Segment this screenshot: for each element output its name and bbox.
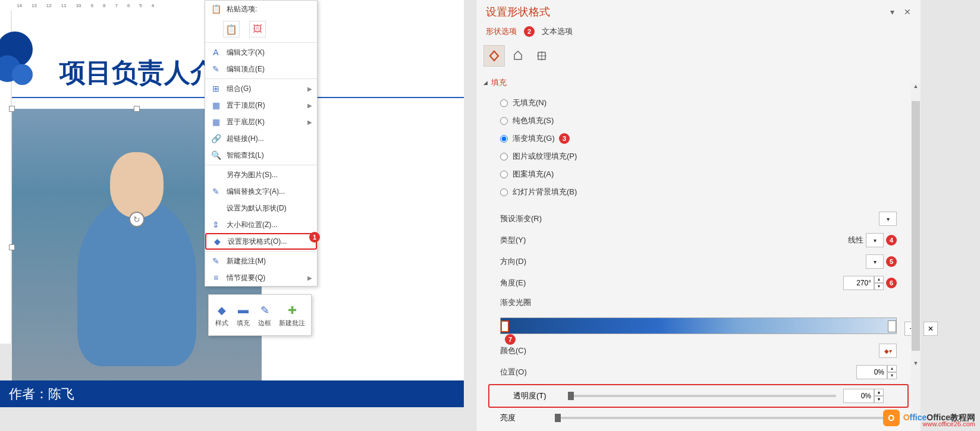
paste-option-icon[interactable]: 🖼 [249,21,266,37]
size-icon: ⇕ [210,219,222,231]
gradient-stop[interactable] [888,320,896,332]
fill-line-tab[interactable] [483,45,505,67]
menu-save-as-picture[interactable]: 另存为图片(S)... [205,166,317,183]
radio-gradient-fill[interactable]: 渐变填充(G) 3 [500,130,897,147]
annotation-badge-1: 1 [309,232,320,243]
spin-up[interactable]: ▲ [874,276,884,283]
radio-picture-fill[interactable]: 图片或纹理填充(P) [500,147,897,165]
spin-down[interactable]: ▼ [874,396,884,403]
menu-new-comment[interactable]: ✎新建批注(M) [205,253,317,269]
panel-dropdown-icon[interactable]: ▾ [890,7,894,17]
bring-front-icon: ▦ [210,99,222,111]
watermark-url: www.office26.com [923,420,975,427]
direction-dropdown[interactable]: ▾ [866,254,884,269]
fill-section-header[interactable]: 填充 [476,74,921,92]
paste-options-header: 📋粘贴选项: [205,1,317,17]
scroll-up-icon[interactable]: ▲ [911,83,921,92]
menu-hyperlink[interactable]: 🔗超链接(H)... [205,130,317,147]
menu-bring-front[interactable]: ▦置于顶层(R)▶ [205,97,317,114]
gradient-stops-bar[interactable]: + ✕ [500,317,897,334]
radio-no-fill[interactable]: 无填充(N) [500,94,897,112]
panel-scrollbar[interactable]: ▲ ▼ [911,83,921,416]
hyperlink-icon: 🔗 [210,133,222,144]
tab-shape-options[interactable]: 形状选项 [486,26,517,37]
scroll-down-icon[interactable]: ▼ [911,360,921,369]
menu-format-shape[interactable]: ◆设置形状格式(O)... [205,233,317,250]
position-spinner[interactable]: ▲▼ [856,365,897,379]
annotation-badge-6: 6 [886,278,897,288]
brightness-slider[interactable] [555,417,890,419]
mini-fill-button[interactable]: ▬填充 [236,303,250,328]
watermark: O OfficeOffice教程网 www.office26.com [883,410,975,426]
effects-tab[interactable] [507,45,529,67]
menu-size-position[interactable]: ⇕大小和位置(Z)... [205,216,317,233]
spin-down[interactable]: ▼ [887,372,897,379]
radio-pattern-fill[interactable]: 图案填充(A) [500,165,897,183]
menu-edit-alt-text[interactable]: ✎编辑替换文字(A)... [205,183,317,200]
watermark-icon: O [883,410,900,426]
gradient-stops-label: 渐变光圈 [500,297,619,308]
menu-edit-text[interactable]: A编辑文字(X) [205,44,317,61]
edit-text-icon: A [210,46,222,58]
transparency-slider[interactable] [568,395,836,397]
direction-label: 方向(D) [500,256,619,267]
border-icon: ✎ [257,303,272,317]
paste-option-icon[interactable]: 📋 [223,21,240,37]
type-dropdown[interactable]: ▾ [866,233,884,247]
scrollbar-thumb[interactable] [912,101,920,351]
search-icon: 🔍 [210,149,222,161]
radio-solid-fill[interactable]: 纯色填充(S) [500,112,897,130]
edit-points-icon: ✎ [210,63,222,75]
type-value: 线性 [848,235,863,246]
annotation-badge-2: 2 [524,26,535,37]
mini-border-button[interactable]: ✎边框 [257,303,272,328]
annotation-badge-3: 3 [559,133,570,144]
menu-group[interactable]: ⊞组合(G)▶ [205,80,317,97]
spin-up[interactable]: ▲ [874,389,884,396]
storyboard-icon: ≡ [210,272,222,284]
panel-close-icon[interactable]: ✕ [904,7,911,17]
spin-down[interactable]: ▼ [874,283,884,290]
menu-storyboard[interactable]: ≡情节提要(Q)▶ [205,269,317,286]
position-label: 位置(O) [500,367,619,377]
transparency-spinner[interactable]: ▲▼ [843,389,884,403]
fill-icon: ▬ [236,303,250,317]
submenu-arrow-icon: ▶ [307,86,312,92]
submenu-arrow-icon: ▶ [307,102,312,109]
submenu-arrow-icon: ▶ [307,119,312,125]
format-shape-panel: 设置形状格式 ▾ ✕ 形状选项 2 文本选项 填充 无填充(N) 纯色填充(S)… [476,0,921,431]
menu-set-default-shape[interactable]: 设置为默认形状(D) [205,200,317,216]
group-icon: ⊞ [210,83,222,95]
angle-spinner[interactable]: ▲▼ [843,276,884,290]
panel-title: 设置形状格式 [486,5,550,19]
send-back-icon: ▦ [210,116,222,128]
menu-smart-lookup[interactable]: 🔍智能查找(L) [205,147,317,163]
panel-tabs: 形状选项 2 文本选项 [476,24,921,43]
submenu-arrow-icon: ▶ [307,275,312,281]
alt-text-icon: ✎ [210,185,222,197]
size-properties-tab[interactable] [531,45,552,67]
preset-gradient-dropdown[interactable]: ▾ [879,212,897,226]
annotation-badge-4: 4 [886,235,897,246]
context-menu: 📋粘贴选项: 📋 🖼 A编辑文字(X) ✎编辑顶点(E) ⊞组合(G)▶ ▦置于… [205,0,318,287]
mini-toolbar: ◆样式 ▬填充 ✎边框 ✚新建批注 [208,294,312,336]
gradient-stop[interactable] [501,320,509,332]
mini-comment-button[interactable]: ✚新建批注 [279,303,305,328]
spin-up[interactable]: ▲ [887,365,897,372]
annotation-badge-7: 7 [505,334,516,345]
type-label: 类型(Y) [500,235,619,246]
tab-text-options[interactable]: 文本选项 [542,26,573,37]
color-dropdown[interactable]: ◆▾ [879,344,897,358]
person-silhouette [77,200,196,366]
menu-send-back[interactable]: ▦置于底层(K)▶ [205,114,317,130]
mini-style-button[interactable]: ◆样式 [215,303,229,328]
remove-stop-button[interactable]: ✕ [924,322,938,336]
menu-edit-points[interactable]: ✎编辑顶点(E) [205,61,317,77]
preset-gradient-label: 预设渐变(R) [500,213,619,224]
paste-options: 📋 🖼 [205,17,317,41]
radio-slide-bg-fill[interactable]: 幻灯片背景填充(B) [500,183,897,201]
new-comment-icon: ✚ [285,303,299,317]
format-shape-icon: ◆ [211,235,223,247]
style-icon: ◆ [215,303,229,317]
color-label: 颜色(C) [500,345,619,356]
